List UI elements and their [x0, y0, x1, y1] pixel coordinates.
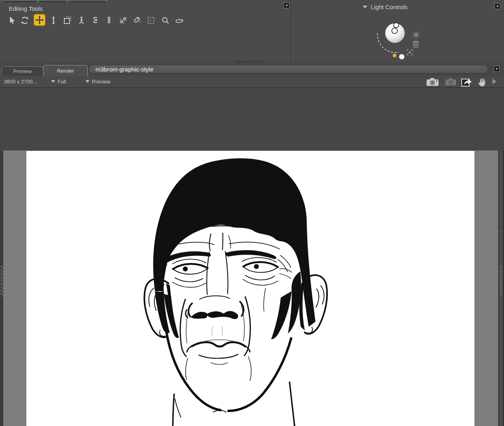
light-controls-title: Light Controls	[371, 4, 408, 10]
create-light-icon[interactable]	[412, 30, 421, 39]
pan-hand-icon[interactable]	[477, 77, 488, 87]
application-window: Editing Tools	[0, 0, 504, 426]
delete-light-icon[interactable]	[412, 40, 419, 48]
twist-tool-icon[interactable]	[90, 15, 101, 26]
render-palette: Preview Render 3600 x 2700... Full Previ…	[0, 63, 504, 426]
render-image	[26, 151, 474, 426]
scale-tool-icon[interactable]	[62, 15, 73, 26]
render-toolbar: 3600 x 2700... Full Preview	[0, 76, 504, 88]
right-strip-divider	[498, 231, 504, 231]
canvas-region	[0, 151, 504, 426]
export-render-icon[interactable]	[461, 76, 474, 87]
chevron-down-icon	[286, 5, 288, 6]
translate-tool-icon[interactable]	[34, 14, 46, 26]
render-dimensions: 3600 x 2700...	[4, 79, 37, 85]
quality-dropdown[interactable]: Full	[58, 79, 66, 85]
morphing-hand-tool-icon[interactable]	[173, 15, 185, 26]
chevron-down-icon	[496, 6, 499, 7]
chevron-down-icon	[496, 68, 498, 70]
advance-icon[interactable]	[492, 79, 496, 84]
panel-divider	[290, 0, 291, 63]
taper-tool-icon[interactable]	[76, 15, 87, 26]
render-result-canvas[interactable]	[26, 151, 474, 426]
compare-camera-icon[interactable]	[443, 77, 457, 87]
morph-beads-tool-icon[interactable]	[117, 15, 129, 26]
magnifier-tool-icon[interactable]	[160, 15, 171, 26]
tab-label: Preview	[13, 68, 32, 74]
pointer-tool-icon[interactable]	[6, 15, 18, 26]
collapse-triangle-icon	[363, 6, 367, 8]
right-edge-strip	[498, 151, 504, 426]
light-properties-icon[interactable]	[407, 49, 413, 55]
mode-dropdown[interactable]: Preview	[92, 79, 110, 85]
translate-inout-tool-icon[interactable]	[48, 15, 59, 26]
splitter-grip[interactable]	[234, 60, 265, 63]
chevron-down-icon	[85, 80, 89, 83]
left-scroll-grip[interactable]	[0, 265, 3, 297]
rotate-tool-icon[interactable]	[19, 15, 30, 26]
render-camera-icon[interactable]	[426, 77, 439, 87]
editing-tools-panel: Editing Tools	[0, 2, 290, 63]
paint-bucket-tool-icon[interactable]	[131, 15, 143, 26]
tab-preview[interactable]: Preview	[1, 66, 44, 76]
editing-tools-title: Editing Tools	[9, 5, 43, 12]
selected-light-dot[interactable]	[393, 53, 396, 57]
tab-render[interactable]: Render	[43, 65, 88, 76]
light-dot[interactable]	[399, 54, 404, 59]
right-scroll-grip[interactable]	[500, 265, 502, 297]
light-controls-panel: Light Controls	[291, 2, 504, 63]
chevron-down-icon	[51, 80, 55, 83]
render-palette-menu-button[interactable]	[494, 66, 500, 72]
light-indicator-dot[interactable]	[392, 28, 397, 34]
chain-break-tool-icon[interactable]	[103, 15, 115, 26]
left-edge-strip	[0, 151, 3, 426]
light-indicator-dot[interactable]	[394, 23, 399, 28]
render-name-field[interactable]	[89, 65, 488, 73]
grouping-tool-icon[interactable]	[145, 15, 157, 26]
tab-label: Render	[57, 68, 74, 74]
light-controls-header[interactable]: Light Controls	[363, 4, 408, 10]
editing-tools-menu-button[interactable]	[284, 2, 290, 8]
light-controls-menu-button[interactable]	[494, 3, 500, 9]
